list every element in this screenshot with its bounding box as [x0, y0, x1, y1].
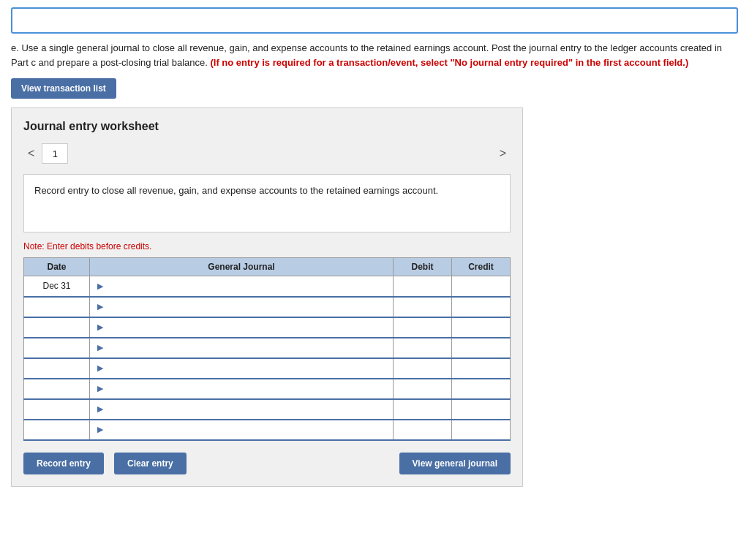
input-date-6[interactable] [27, 404, 86, 415]
input-general-4[interactable] [105, 363, 390, 374]
table-row: ▶ [24, 338, 511, 358]
cell-credit-6[interactable] [452, 399, 511, 420]
cell-debit-4[interactable] [394, 358, 452, 379]
cell-debit-5[interactable] [394, 379, 452, 399]
input-credit-3[interactable] [455, 343, 507, 353]
cell-credit-7[interactable] [452, 420, 511, 440]
row-arrow-5: ▶ [97, 384, 103, 393]
input-date-7[interactable] [27, 425, 86, 435]
top-input[interactable] [11, 7, 738, 34]
input-credit-0[interactable] [455, 281, 507, 291]
table-row: ▶ [24, 358, 511, 379]
record-entry-button[interactable]: Record entry [23, 453, 104, 474]
description-text: Record entry to close all revenue, gain,… [34, 185, 438, 196]
view-general-journal-button[interactable]: View general journal [399, 453, 511, 474]
cell-credit-1[interactable] [452, 297, 511, 317]
input-general-0[interactable] [105, 281, 390, 291]
cell-debit-7[interactable] [394, 420, 452, 440]
worksheet-container: Journal entry worksheet < 1 > Record ent… [11, 107, 523, 487]
input-general-7[interactable] [105, 425, 390, 435]
cell-credit-5[interactable] [452, 379, 511, 399]
input-general-5[interactable] [105, 384, 390, 394]
clear-entry-button[interactable]: Clear entry [114, 453, 187, 474]
header-debit: Debit [394, 258, 452, 276]
cell-date-2[interactable] [24, 317, 90, 338]
input-debit-2[interactable] [396, 322, 448, 333]
row-arrow-2: ▶ [97, 322, 103, 332]
description-box: Record entry to close all revenue, gain,… [23, 174, 511, 232]
input-debit-4[interactable] [396, 363, 448, 374]
nav-right-arrow[interactable]: > [495, 145, 511, 162]
table-row: ▶ [24, 379, 511, 399]
cell-date-3[interactable] [24, 338, 90, 358]
input-credit-1[interactable] [455, 302, 507, 312]
cell-general-7[interactable]: ▶ [90, 420, 394, 440]
cell-debit-0[interactable] [394, 276, 452, 297]
table-header-row: Date General Journal Debit Credit [24, 258, 511, 276]
note-text: Note: Enter debits before credits. [23, 241, 511, 251]
row-arrow-4: ▶ [97, 363, 103, 373]
cell-debit-6[interactable] [394, 399, 452, 420]
row-arrow-6: ▶ [97, 404, 103, 414]
cell-credit-0[interactable] [452, 276, 511, 297]
cell-date-7[interactable] [24, 420, 90, 440]
cell-general-1[interactable]: ▶ [90, 297, 394, 317]
instructions: e. Use a single general journal to close… [11, 41, 738, 69]
cell-debit-1[interactable] [394, 297, 452, 317]
input-general-6[interactable] [105, 404, 390, 415]
cell-general-5[interactable]: ▶ [90, 379, 394, 399]
cell-general-6[interactable]: ▶ [90, 399, 394, 420]
input-debit-7[interactable] [396, 425, 448, 435]
input-credit-5[interactable] [455, 384, 507, 394]
input-debit-3[interactable] [396, 343, 448, 353]
view-transaction-button[interactable]: View transaction list [11, 78, 116, 99]
nav-row: < 1 > [23, 143, 511, 164]
input-general-1[interactable] [105, 302, 390, 312]
cell-credit-3[interactable] [452, 338, 511, 358]
row-arrow-3: ▶ [97, 343, 103, 352]
nav-number: 1 [53, 148, 58, 159]
cell-debit-3[interactable] [394, 338, 452, 358]
cell-general-4[interactable]: ▶ [90, 358, 394, 379]
journal-table: Date General Journal Debit Credit Dec 31… [23, 257, 511, 441]
cell-credit-4[interactable] [452, 358, 511, 379]
input-date-2[interactable] [27, 322, 86, 333]
cell-credit-2[interactable] [452, 317, 511, 338]
header-general-journal: General Journal [90, 258, 394, 276]
input-date-1[interactable] [27, 302, 86, 312]
input-debit-6[interactable] [396, 404, 448, 415]
worksheet-title: Journal entry worksheet [23, 120, 511, 133]
buttons-row: Record entry Clear entry View general jo… [23, 453, 511, 474]
cell-general-2[interactable]: ▶ [90, 317, 394, 338]
cell-general-0[interactable]: ▶ [90, 276, 394, 297]
input-general-3[interactable] [105, 343, 390, 353]
row-arrow-7: ▶ [97, 425, 103, 434]
header-date: Date [24, 258, 90, 276]
cell-date-4[interactable] [24, 358, 90, 379]
instructions-bold-red: (If no entry is required for a transacti… [210, 57, 688, 68]
row-arrow-1: ▶ [97, 302, 103, 311]
cell-date-1[interactable] [24, 297, 90, 317]
input-debit-5[interactable] [396, 384, 448, 394]
table-row: ▶ [24, 297, 511, 317]
cell-date-0: Dec 31 [24, 276, 90, 297]
input-credit-2[interactable] [455, 322, 507, 333]
cell-date-5[interactable] [24, 379, 90, 399]
input-debit-1[interactable] [396, 302, 448, 312]
input-credit-6[interactable] [455, 404, 507, 415]
table-row: ▶ [24, 399, 511, 420]
table-row: Dec 31▶ [24, 276, 511, 297]
cell-date-6[interactable] [24, 399, 90, 420]
input-general-2[interactable] [105, 322, 390, 333]
input-date-3[interactable] [27, 343, 86, 353]
cell-debit-2[interactable] [394, 317, 452, 338]
table-row: ▶ [24, 420, 511, 440]
input-debit-0[interactable] [396, 281, 448, 291]
input-date-4[interactable] [27, 363, 86, 374]
input-credit-7[interactable] [455, 425, 507, 435]
nav-left-arrow[interactable]: < [23, 145, 39, 162]
input-credit-4[interactable] [455, 363, 507, 374]
input-date-5[interactable] [27, 384, 86, 394]
row-arrow-0: ▶ [97, 281, 103, 291]
cell-general-3[interactable]: ▶ [90, 338, 394, 358]
